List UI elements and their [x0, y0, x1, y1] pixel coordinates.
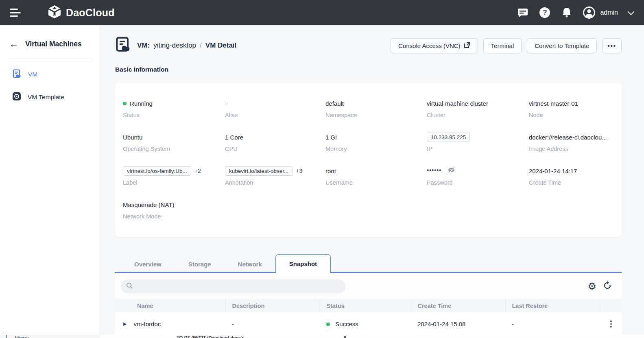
sidebar-title: Virtual Machines — [25, 40, 82, 48]
search-icon — [126, 282, 133, 291]
tab-network[interactable]: Network — [225, 255, 275, 273]
info-field-node: virtnest-master-01 Node — [529, 98, 613, 118]
back-arrow-icon[interactable]: ← — [9, 39, 19, 49]
chat-icon[interactable] — [517, 7, 528, 18]
table-row[interactable]: ▶ vm-fordoc - Success 2024-01-24 15:08 - — [115, 312, 622, 335]
sidebar-item-vm-template[interactable]: VM Template — [0, 86, 100, 109]
top-navigation-bar: DaoCloud ? admin — [0, 0, 644, 25]
basic-information-card: Running Status - Alias default Namespace… — [115, 83, 622, 237]
hamburger-menu-icon[interactable] — [10, 9, 21, 17]
info-field-cluster: virtual-machine-cluster Cluster — [427, 98, 529, 118]
detail-tabs: Overview Storage Network Snapshot — [115, 254, 622, 273]
brand-logo[interactable]: DaoCloud — [47, 4, 115, 21]
snapshot-create-time: 2024-01-24 15:08 — [411, 312, 505, 335]
tab-overview[interactable]: Overview — [121, 255, 175, 273]
basic-information-title: Basic Information — [115, 66, 644, 73]
convert-label: Convert to Template — [535, 42, 589, 49]
annotation-chip[interactable]: kubevirt.io/latest-obser... — [225, 166, 293, 176]
more-actions-button[interactable]: ••• — [602, 38, 622, 53]
table-settings-gear-icon[interactable]: ⚙ — [587, 281, 596, 291]
bell-icon[interactable] — [561, 7, 572, 18]
vm-doc-cloud-icon — [12, 69, 22, 80]
breadcrumb-current: VM Detail — [205, 41, 237, 50]
status-dot-icon — [123, 102, 127, 105]
info-field-network-mode: Masquerade (NAT) Network Mode — [123, 200, 225, 220]
vm-template-icon — [12, 92, 21, 102]
daocloud-cube-icon — [47, 4, 62, 21]
label-more-count[interactable]: +2 — [194, 167, 201, 175]
info-field-image-address: docker://release-ci.daoclou... Image Add… — [529, 132, 613, 152]
info-field-username: root Username — [325, 166, 427, 186]
password-masked-value: ****** — [427, 167, 441, 175]
sidebar-item-vm[interactable]: VM — [0, 63, 100, 86]
main-content: VM: yiting-desktop / VM Detail Console A… — [100, 25, 644, 335]
row-status-dot-icon — [326, 323, 330, 326]
chevron-down-icon[interactable] — [628, 8, 635, 15]
col-header-name[interactable]: Name — [115, 299, 225, 312]
info-field-os: Ubuntu Operating System — [123, 132, 225, 152]
annotation-more-count[interactable]: +3 — [296, 167, 302, 175]
clipped-background-window: library TO-DT (W(CIT (Daocloud-docs> || — [0, 335, 644, 338]
sidebar-item-label: VM — [28, 71, 37, 78]
sidebar-item-label: VM Template — [28, 94, 64, 101]
info-field-cpu: 1 Core CPU — [225, 132, 325, 152]
sidebar-divider — [7, 59, 92, 59]
console-access-label: Console Access (VNC) — [398, 42, 461, 49]
more-actions-icon: ••• — [607, 42, 616, 49]
help-icon[interactable]: ? — [539, 7, 550, 18]
username-label: admin — [600, 9, 618, 16]
info-field-annotation: kubevirt.io/latest-obser... +3 Annotatio… — [225, 166, 325, 186]
row-actions-kebab-icon[interactable] — [610, 321, 612, 327]
breadcrumb-separator: / — [200, 41, 202, 50]
col-header-description[interactable]: Description — [225, 299, 320, 312]
col-header-last-restore[interactable]: Last Restore — [505, 299, 599, 312]
info-field-alias: - Alias — [225, 98, 325, 118]
info-field-label: virtnest.io/os-family:Ub... +2 Label — [123, 166, 225, 186]
artifact-fragment: || — [344, 335, 346, 338]
vm-page-icon — [115, 37, 131, 55]
search-box[interactable] — [121, 279, 345, 293]
snapshot-description: - — [225, 312, 320, 335]
label-chip[interactable]: virtnest.io/os-family:Ub... — [123, 166, 191, 176]
snapshot-panel: ⚙ Name Description — [115, 273, 622, 335]
breadcrumb-prefix: VM: — [137, 41, 150, 50]
refresh-icon[interactable] — [603, 281, 612, 292]
status-value: Running — [130, 99, 153, 108]
info-field-ip: 10.233.95.225 IP — [427, 132, 529, 152]
info-field-status: Running Status — [123, 98, 225, 118]
snapshot-name: vm-fordoc — [133, 321, 161, 327]
brand-name: DaoCloud — [66, 7, 115, 19]
tab-snapshot[interactable]: Snapshot — [275, 254, 331, 273]
col-header-status[interactable]: Status — [320, 299, 411, 312]
info-field-namespace: default Namespace — [325, 98, 427, 118]
eye-off-icon[interactable] — [447, 166, 456, 176]
breadcrumb: VM: yiting-desktop / VM Detail — [137, 41, 236, 50]
external-link-icon — [464, 42, 470, 50]
convert-to-template-button[interactable]: Convert to Template — [527, 38, 597, 53]
sidebar: ← Virtual Machines VM VM Template — [0, 25, 100, 335]
info-field-memory: 1 Gi Memory — [325, 132, 427, 152]
terminal-button[interactable]: Terminal — [483, 38, 522, 53]
artifact-fragment: library — [15, 335, 29, 338]
user-avatar-icon[interactable] — [583, 7, 595, 19]
snapshot-table: Name Description Status Create Time Last… — [115, 299, 622, 335]
search-input[interactable] — [136, 283, 332, 290]
col-header-actions — [599, 299, 622, 312]
expand-row-icon[interactable]: ▶ — [123, 321, 127, 327]
col-header-create-time[interactable]: Create Time — [411, 299, 505, 312]
terminal-label: Terminal — [491, 42, 514, 49]
console-access-vnc-button[interactable]: Console Access (VNC) — [391, 38, 478, 53]
tab-storage[interactable]: Storage — [175, 255, 225, 273]
artifact-fragment: TO-DT (W(CIT (Daocloud-docs> — [177, 335, 243, 338]
ip-chip[interactable]: 10.233.95.225 — [427, 133, 470, 142]
snapshot-last-restore: - — [505, 312, 599, 335]
info-field-password: ****** Password — [427, 166, 529, 186]
snapshot-status: Success — [335, 321, 358, 327]
info-field-create-time: 2024-01-24 14:17 Create Time — [529, 166, 613, 186]
breadcrumb-vm-name[interactable]: yiting-desktop — [153, 41, 196, 50]
